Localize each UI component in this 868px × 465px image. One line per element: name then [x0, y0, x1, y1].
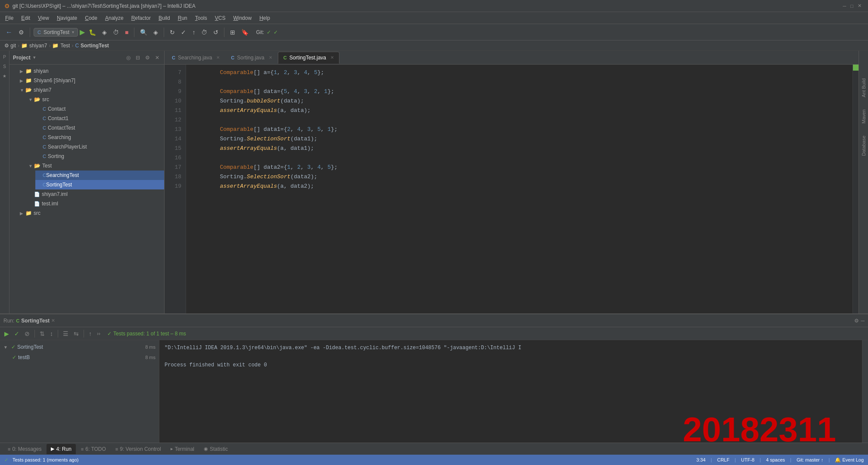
tree-item-sortingtest[interactable]: C SortingTest: [35, 180, 164, 189]
run-button[interactable]: ▶: [80, 28, 85, 36]
toolbar-back-button[interactable]: ←: [3, 27, 15, 37]
project-collapse-button[interactable]: ⊟: [134, 54, 141, 62]
menu-view[interactable]: View: [34, 14, 53, 22]
breadcrumb-shiyan7[interactable]: shiyan7: [29, 43, 47, 49]
menu-file[interactable]: File: [2, 14, 17, 22]
bottom-tab-messages[interactable]: ≡ 0: Messages: [3, 444, 46, 454]
rollback-button[interactable]: ↺: [211, 28, 221, 37]
minimize-button[interactable]: ─: [841, 2, 849, 10]
run-reorder-button[interactable]: ⇅: [38, 329, 47, 338]
stop-button[interactable]: ■: [123, 28, 131, 37]
breadcrumb-test[interactable]: Test: [60, 43, 70, 49]
run-stop-button[interactable]: ⊘: [23, 329, 31, 338]
code-content[interactable]: Comparable[] a={1, 2, 3, 4, 5}; Comparab…: [186, 65, 852, 313]
bottom-tab-vcs[interactable]: ≡ 9: Version Control: [111, 444, 165, 454]
tree-item-searching[interactable]: C Searching: [35, 133, 164, 142]
menu-edit[interactable]: Edit: [18, 14, 34, 22]
status-event-log[interactable]: 🔔 Event Log: [835, 457, 864, 463]
structure-view-button[interactable]: S: [0, 62, 9, 71]
tree-item-test[interactable]: ▼ 📂 Test: [27, 161, 164, 170]
tab-sorting-java[interactable]: C Sorting.java ✕: [225, 52, 277, 64]
output-blank-line: [165, 352, 857, 361]
status-position[interactable]: 3:34: [696, 457, 705, 462]
tree-item-shiyan7[interactable]: ▼ 📂 shiyan7: [18, 85, 164, 95]
run-play-button[interactable]: ▶: [3, 329, 11, 338]
menu-window[interactable]: Window: [230, 14, 255, 22]
status-crlf[interactable]: CRLF: [717, 457, 730, 462]
menu-help[interactable]: Help: [256, 14, 274, 22]
push-button[interactable]: ↑: [190, 28, 197, 37]
debug-button[interactable]: 🐛: [87, 28, 98, 37]
history-button[interactable]: ⏱: [199, 28, 209, 37]
tab-searching-java[interactable]: C Searching.java ✕: [166, 52, 225, 64]
bottom-tab-statistic[interactable]: ◉ Statistic: [199, 444, 232, 454]
project-settings-button[interactable]: ⚙: [144, 54, 151, 62]
run-sort-button[interactable]: ↕: [48, 329, 55, 338]
line-num-9: 9: [165, 87, 181, 96]
menu-refactor[interactable]: Refactor: [128, 14, 154, 22]
tree-item-shiyan[interactable]: ▶ 📁 shiyan: [18, 66, 164, 76]
bottom-tab-terminal[interactable]: ▸ Terminal: [166, 444, 199, 454]
breadcrumb-git[interactable]: ⚙ git: [4, 43, 16, 49]
tree-item-contacttest[interactable]: C ContactTest: [35, 123, 164, 133]
status-indent[interactable]: 4 spaces: [766, 457, 785, 462]
status-git[interactable]: Git: master ↑: [796, 457, 823, 462]
toolbar-settings-button[interactable]: ⚙: [16, 28, 26, 37]
breadcrumb-sortingtest[interactable]: SortingTest: [81, 43, 109, 49]
tree-item-sorting[interactable]: C Sorting: [35, 152, 164, 161]
run-tab-sortingtest[interactable]: C SortingTest ✕: [16, 318, 55, 324]
run-tab-close[interactable]: ✕: [51, 318, 55, 323]
tree-item-test-iml[interactable]: 📄 test.iml: [27, 199, 164, 208]
menu-vcs[interactable]: VCS: [212, 14, 229, 22]
status-charset[interactable]: UTF-8: [741, 457, 754, 462]
search-everywhere-button[interactable]: 🔍: [138, 28, 149, 37]
tab-sortingtest-close[interactable]: ✕: [330, 55, 334, 60]
branch-button[interactable]: ⊞: [228, 28, 237, 37]
menu-run[interactable]: Run: [174, 14, 191, 22]
run-filter2-button[interactable]: ⇆: [72, 329, 81, 338]
bookmark-button[interactable]: 🔖: [239, 28, 251, 37]
tree-item-contact1[interactable]: C Contact1: [35, 114, 164, 123]
right-sidebar-database[interactable]: Database: [861, 134, 866, 158]
run-content: ▼ ✓ SortingTest 8 ms ✓ testB 8 ms "D:\In…: [0, 340, 868, 443]
tree-item-searchingtest[interactable]: C SearchingTest: [35, 170, 164, 180]
close-button[interactable]: ✕: [856, 2, 864, 10]
tab-searching-close[interactable]: ✕: [216, 55, 220, 60]
tab-sortingtest-java[interactable]: C SortingTest.java ✕: [278, 52, 339, 64]
run-with-coverage-button[interactable]: ◈: [100, 28, 109, 37]
commit-button[interactable]: ✓: [179, 28, 188, 37]
right-sidebar-ant-build[interactable]: Ant Build: [861, 77, 866, 99]
right-sidebar-maven[interactable]: Maven: [861, 108, 866, 125]
tab-sorting-close[interactable]: ✕: [269, 55, 272, 60]
profiler-button[interactable]: ⏱: [111, 28, 121, 37]
goto-button[interactable]: ◈: [151, 28, 160, 37]
run-prev-button[interactable]: ↑: [87, 329, 93, 338]
tree-item-searchplayerlist[interactable]: C SearchPlayerList: [35, 142, 164, 152]
bottom-tab-todo[interactable]: ≡ 6: TODO: [77, 444, 110, 454]
tree-item-shiyan6[interactable]: ▶ 📁 Shiyan6 [Shiyan7]: [18, 76, 164, 85]
tree-item-src-bottom[interactable]: ▶ 📁 src: [18, 208, 164, 218]
tree-item-contact[interactable]: C Contact: [35, 104, 164, 114]
bottom-tab-run[interactable]: ▶ 4: Run: [47, 444, 75, 454]
test-tree: ▼ ✓ SortingTest 8 ms ✓ testB 8 ms: [0, 340, 159, 443]
run-config-selector[interactable]: C SortingTest ▾: [34, 28, 78, 37]
menu-analyze[interactable]: Analyze: [102, 14, 127, 22]
update-button[interactable]: ↻: [168, 28, 177, 37]
test-item-sortingtest[interactable]: ▼ ✓ SortingTest 8 ms: [0, 342, 159, 352]
menu-code[interactable]: Code: [81, 14, 101, 22]
tree-item-src[interactable]: ▼ 📂 src: [27, 95, 164, 104]
run-panel-minimize[interactable]: ─: [861, 318, 865, 324]
project-view-button[interactable]: P: [0, 53, 9, 61]
menu-navigate[interactable]: Navigate: [53, 14, 81, 22]
project-close-button[interactable]: ✕: [154, 54, 161, 62]
maximize-button[interactable]: □: [848, 2, 856, 10]
menu-build[interactable]: Build: [155, 14, 174, 22]
run-panel-gear[interactable]: ⚙: [854, 318, 859, 324]
tree-item-shiyan7-iml[interactable]: 📄 shiyan7.iml: [27, 189, 164, 199]
favorites-view-button[interactable]: ★: [0, 71, 9, 80]
menu-tools[interactable]: Tools: [192, 14, 211, 22]
test-item-testb[interactable]: ✓ testB 8 ms: [9, 352, 159, 363]
run-filter-button[interactable]: ☰: [61, 329, 70, 338]
run-passed-button[interactable]: ✓: [12, 329, 21, 338]
project-locate-button[interactable]: ◎: [125, 54, 132, 62]
